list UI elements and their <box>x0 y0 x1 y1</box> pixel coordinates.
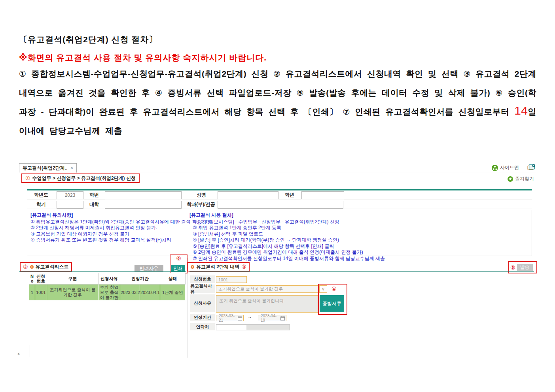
sitemap-label: 사이트맵 <box>500 164 519 171</box>
favorites-star-icon <box>508 176 513 182</box>
period-separator: ~ <box>248 315 251 320</box>
college-input[interactable] <box>105 201 182 209</box>
list-section-underline <box>19 271 186 272</box>
orange-bullet-icon <box>30 265 34 269</box>
absence-reason-select-value[interactable]: 조기취업으로 출석이 불가한 경우 <box>216 285 319 293</box>
sitemap-icon <box>492 165 498 171</box>
send-button[interactable]: 발송 <box>517 264 533 271</box>
procedure-item: ② 취업 유고결석 1단계 승인후 2단계 등록 <box>193 225 385 231</box>
notice-box: [유고결석 유의사항] ① 취업유고결석신청은 1단계(확인)와 2단계(승인-… <box>27 210 532 256</box>
absence-reason-field-label: 유고결석사유 <box>190 285 215 294</box>
procedure-item: ⑤ [승인]완료 후 [유고결석리스트]에서 해당 항목 선택후 [인쇄] 클릭 <box>193 243 385 250</box>
calendar-icon[interactable] <box>238 316 242 320</box>
term-label: 학기 <box>27 200 55 209</box>
period-start-datepicker[interactable]: 2023-03-21 <box>216 315 244 321</box>
contact-field-label: 연락처 <box>190 323 215 331</box>
document-warning: ※화면의 유고결석 사용 절차 및 유의사항 숙지하시기 바랍니다. <box>19 52 267 63</box>
major-label: 학과(부)/전공 <box>184 200 218 209</box>
procedure-item: ⑥ 2단계 승인이 완료된 경우에만 취업기간에 대해 출석 인정(미제출시 인… <box>193 249 385 256</box>
calendar-icon[interactable] <box>280 316 285 320</box>
table-row[interactable]: 1 1001 조기취업으로 출석이 불가한 경우 조기 취업으로 출석이 불가한… <box>29 285 186 301</box>
period-end-value: 2023-04-19 <box>261 314 280 322</box>
steps-text-before: ① 종합정보시스템-수업업무-신청업무-유고결석(취업2단계) 신청 ② 유고결… <box>19 69 536 116</box>
notice-title: [유고결석 유의사항] <box>30 212 212 219</box>
print-step-number: ⑥ <box>170 255 187 262</box>
notice-item: ④ 증빙서류가 위조 또는 변조된 것일 경우 해당 교과목 실격(F)처리 <box>30 237 212 243</box>
tab-absence-stage2[interactable]: 유고결석(취업2단계.. × <box>19 163 77 173</box>
period-end-datepicker[interactable]: 2023-04-19 <box>258 315 286 321</box>
send-step-number: ⑤ <box>510 264 515 271</box>
breadcrumb[interactable]: ① 수업업무 > 신청업무 > 유고결석(취업2단계) 신청 <box>21 173 140 183</box>
reject-reason-button[interactable]: 반려사유 <box>134 265 163 272</box>
sitemap-button[interactable]: 사이트맵 <box>492 164 519 171</box>
cell-category: 조기취업으로 출석이 불가한 경우 <box>47 285 98 301</box>
term-input[interactable] <box>57 201 83 209</box>
cell-period-end: 2023.04.19 <box>140 285 160 301</box>
notice-item: ② 2단계 신청시 해당서류 미제출시 취업유고결석 인정 불가. <box>30 225 212 231</box>
name-input[interactable] <box>218 191 278 199</box>
list-step-number: ② <box>23 264 28 270</box>
detail-section-label: 유고결석 2단계 내역 <box>196 264 239 270</box>
period-start-value: 2023-03-21 <box>219 314 238 322</box>
procedure-item: ③ [증빙서류] 선택 후 파일 업로드 <box>193 231 385 237</box>
document-steps: ① 종합정보시스템-수업업무-신청업무-유고결석(취업2단계) 신청 ② 유고결… <box>19 64 536 140</box>
apply-no-field[interactable]: 1001 <box>216 276 247 283</box>
tab-close-icon[interactable]: × <box>70 165 73 171</box>
page: 〔유고결석(취업2단계) 신청 절차〕 ※화면의 유고결석 사용 절차 및 유의… <box>0 0 555 392</box>
grade-label: 학년 <box>279 191 300 199</box>
cell-status: 1단계 승인 <box>160 285 186 301</box>
breadcrumb-path: 수업업무 > 신청업무 > 유고결석(취업2단계) 신청 <box>32 175 136 182</box>
cell-no: 1 <box>29 285 35 301</box>
notice-item: ① 취업유고결석신청은 1단계(확인)와 2단계(승인-유고결석사유에 대한 출… <box>30 219 212 225</box>
cell-period-start: 2023.03.21 <box>120 285 140 301</box>
detail-step-number: ③ <box>241 264 246 270</box>
student-no-input[interactable] <box>105 191 182 199</box>
cell-apply-no: 1001 <box>35 285 47 301</box>
procedure-item: ① [종합정보시스템] - 수업업무 - 신청업무 - 유고결석(취업2단계) … <box>193 219 385 225</box>
name-label: 성명 <box>187 191 216 199</box>
header-reason: 신청사유 <box>98 273 120 285</box>
header-period: 인정기간 <box>120 273 160 285</box>
favorites-label: 즐겨찾기 <box>515 175 534 182</box>
year-input[interactable] <box>57 191 83 199</box>
grade-input[interactable] <box>301 191 344 199</box>
breadcrumb-step-number: ① <box>25 175 30 181</box>
document-title: 〔유고결석(취업2단계) 신청 절차〕 <box>19 34 157 45</box>
tab-title: 유고결석(취업2단계.. <box>23 165 67 172</box>
header-status: 상태 <box>160 273 186 285</box>
apply-reason-textarea[interactable]: 조기 취업으로 출석이 불가합니다 <box>216 295 318 313</box>
tabbar-divider <box>19 173 536 173</box>
cell-reason: 조기 취업으로 출석이 불가한 <box>98 285 120 301</box>
section-divider <box>188 258 188 358</box>
year-label: 학년도 <box>27 191 55 199</box>
detail-section-title: 유고결석 2단계 내역 ③ <box>188 262 250 271</box>
contact-input[interactable] <box>216 324 290 330</box>
evidence-button[interactable]: 증빙서류 <box>320 295 344 312</box>
header-category: 구분 <box>47 273 98 285</box>
college-label: 대학 <box>85 200 104 209</box>
apply-reason-field-label: 신청사유 <box>190 294 215 313</box>
scroll-left-arrow-icon[interactable]: < <box>17 351 20 357</box>
list-section-label: 유고결석리스트 <box>36 264 69 270</box>
favorites-button[interactable]: 즐겨찾기 <box>508 175 534 182</box>
procedure-item: ⑦ 인쇄된 유고결석확인서를 신청일로부터 14일 이내에 증빙서류와 함께 담… <box>193 256 385 262</box>
student-no-label: 학번 <box>85 191 104 199</box>
horizontal-scrollbar-track[interactable] <box>47 355 186 355</box>
print-button[interactable]: 인쇄 <box>171 265 185 272</box>
major-input[interactable] <box>218 201 343 209</box>
absence-list-table: No 신청번호 구분 신청사유 인정기간 상태 1 1001 조기취업으로 출석… <box>29 273 186 301</box>
day-count-highlight: 14 <box>514 104 528 117</box>
procedure-title: [유고결석 사용 절차] <box>189 212 385 219</box>
orange-bullet-icon <box>191 265 194 269</box>
form-row-separator2 <box>27 209 532 209</box>
cell-reason-text: 조기 취업으로 출석이 불가한 <box>99 285 119 300</box>
list-section-title: ② 유고결석리스트 <box>20 262 72 271</box>
file-step-number: ④ <box>331 286 337 292</box>
procedure-item: ④ [발송] 후 [승인]처리 대기(학과(부)장 승인 → 단과대학 행정실 … <box>193 237 385 243</box>
window-close-icon[interactable] <box>527 164 535 170</box>
notice-item: ③ 고용보험 가입 대상 예외자인 경우 신청 불가 <box>30 231 212 237</box>
contact-input-editable[interactable] <box>216 325 246 330</box>
detail-section-underline <box>189 271 534 272</box>
scroll-corner-line <box>30 345 30 357</box>
notice-column: [유고결석 유의사항] ① 취업유고결석신청은 1단계(확인)와 2단계(승인-… <box>30 212 212 243</box>
